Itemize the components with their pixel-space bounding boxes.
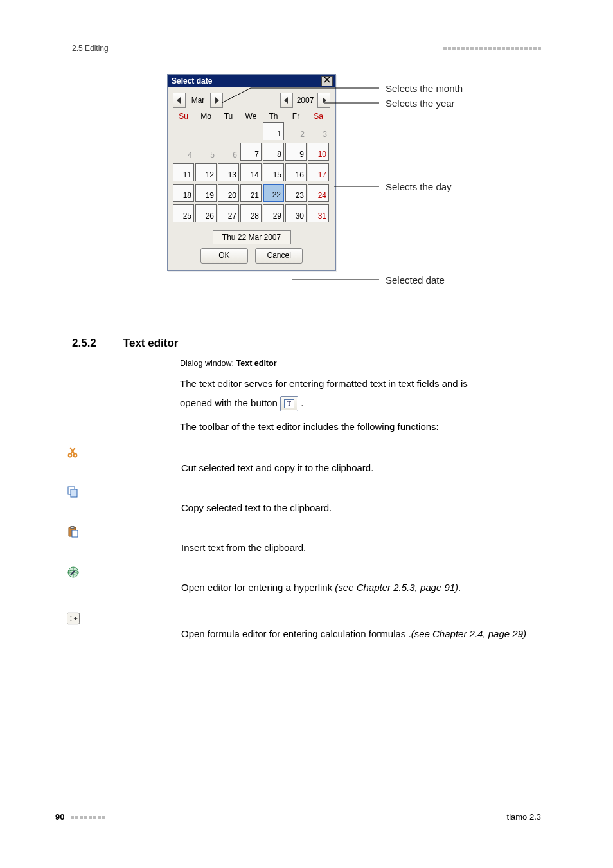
day-cell: 3 [308, 122, 329, 140]
paste-icon[interactable] [67, 526, 80, 555]
hyperlink-icon[interactable] [67, 566, 80, 595]
day-cell[interactable]: 30 [285, 204, 306, 222]
year-spinner: 2007 [280, 93, 330, 108]
dialog-titlebar: Select date [168, 75, 335, 87]
svg-rect-10 [71, 489, 77, 497]
body-para2: The toolbar of the text editor includes … [180, 419, 540, 434]
body-para1b: opened with the button T . [180, 395, 540, 411]
day-cell[interactable]: 29 [263, 204, 284, 222]
dialog-caption: Dialog window: Text editor [180, 357, 540, 370]
next-month-button[interactable] [210, 93, 223, 108]
section-label: 2.5 Editing [72, 44, 109, 53]
day-cell: 5 [195, 143, 217, 161]
day-cell[interactable]: 7 [240, 143, 262, 161]
day-cell[interactable]: 26 [195, 204, 217, 222]
copy-icon[interactable] [67, 486, 80, 515]
day-cell[interactable]: 15 [263, 163, 284, 181]
copy-desc: Copy selected text to the clipboard. [181, 486, 542, 515]
cut-icon[interactable] [67, 446, 80, 475]
svg-point-8 [74, 454, 77, 457]
svg-text:T: T [287, 400, 291, 407]
section-heading: 2.5.2 Text editor [72, 337, 178, 350]
callout-month: Selects the month [386, 83, 463, 94]
svg-point-18 [70, 620, 71, 621]
dow-mo: Mo [195, 112, 217, 121]
day-cell[interactable]: 31 [308, 204, 329, 222]
formula-icon[interactable] [67, 612, 80, 641]
day-cell: 6 [218, 143, 239, 161]
select-date-dialog: Select date Mar 2007 [167, 74, 336, 271]
svg-rect-13 [72, 530, 78, 537]
paste-desc: Insert text from the clipboard. [181, 526, 542, 555]
day-cell [218, 122, 239, 140]
day-cell[interactable]: 10 [308, 143, 329, 161]
day-cell[interactable]: 1 [263, 122, 284, 140]
day-cell[interactable]: 22 [263, 184, 284, 202]
year-value: 2007 [294, 96, 316, 105]
close-icon[interactable] [321, 76, 333, 86]
svg-rect-12 [71, 527, 74, 529]
day-cell[interactable]: 17 [308, 163, 329, 181]
callout-day: Selects the day [386, 181, 452, 192]
link-desc: Open editor for entering a hyperlink (se… [181, 566, 542, 595]
dow-sa: Sa [308, 112, 329, 121]
section-number: 2.5.2 [72, 337, 96, 350]
day-cell[interactable]: 13 [218, 163, 239, 181]
footer-ornament [71, 816, 105, 819]
selected-date-display: Thu 22 Mar 2007 [213, 230, 291, 244]
dow-su: Su [173, 112, 194, 121]
page-number: 90 [55, 812, 105, 822]
formula-desc: Open formula editor for entering calcula… [181, 612, 542, 641]
day-cell[interactable]: 16 [285, 163, 306, 181]
day-cell[interactable]: 28 [240, 204, 262, 222]
dialog-title: Select date [172, 77, 212, 86]
day-cell[interactable]: 20 [218, 184, 239, 202]
day-cell[interactable]: 25 [173, 204, 194, 222]
day-cell[interactable]: 9 [285, 143, 306, 161]
next-year-button[interactable] [317, 93, 330, 108]
page-header: 2.5 Editing [72, 44, 541, 53]
day-cell[interactable]: 19 [195, 184, 217, 202]
cut-desc: Cut selected text and copy it to the cli… [181, 446, 542, 475]
dow-fr: Fr [285, 112, 306, 121]
day-cell[interactable]: 23 [285, 184, 306, 202]
cancel-button[interactable]: Cancel [255, 248, 303, 264]
day-cell[interactable]: 11 [173, 163, 194, 181]
dow-we: We [240, 112, 262, 121]
prev-month-button[interactable] [173, 93, 186, 108]
day-cell: 4 [173, 143, 194, 161]
dow-tu: Tu [218, 112, 239, 121]
day-cell[interactable]: 12 [195, 163, 217, 181]
svg-point-17 [70, 616, 71, 617]
callout-year: Selects the year [386, 98, 455, 109]
day-cell[interactable]: 18 [173, 184, 194, 202]
dow-header: SuMoTuWeThFrSa [168, 111, 335, 121]
callout-selected: Selected date [386, 275, 445, 285]
day-cell: 2 [285, 122, 306, 140]
month-value: Mar [187, 96, 209, 105]
day-cell [173, 122, 194, 140]
day-cell [240, 122, 262, 140]
day-cell[interactable]: 21 [240, 184, 262, 202]
footer-product: tiamo 2.3 [507, 812, 541, 822]
body-para1a: The text editor serves for entering form… [180, 376, 540, 391]
ok-button[interactable]: OK [200, 248, 248, 264]
dow-th: Th [263, 112, 284, 121]
day-cell [195, 122, 217, 140]
svg-point-7 [69, 454, 72, 457]
section-title: Text editor [123, 337, 179, 350]
day-cell[interactable]: 27 [218, 204, 239, 222]
month-spinner: Mar [173, 93, 223, 108]
text-editor-open-icon[interactable]: T [280, 396, 298, 411]
day-cell[interactable]: 24 [308, 184, 329, 202]
day-cell[interactable]: 8 [263, 143, 284, 161]
prev-year-button[interactable] [280, 93, 293, 108]
svg-rect-16 [67, 613, 79, 624]
header-ornament [443, 47, 541, 50]
calendar-grid: 1234567891011121314151617181920212223242… [168, 121, 335, 226]
day-cell[interactable]: 14 [240, 163, 262, 181]
